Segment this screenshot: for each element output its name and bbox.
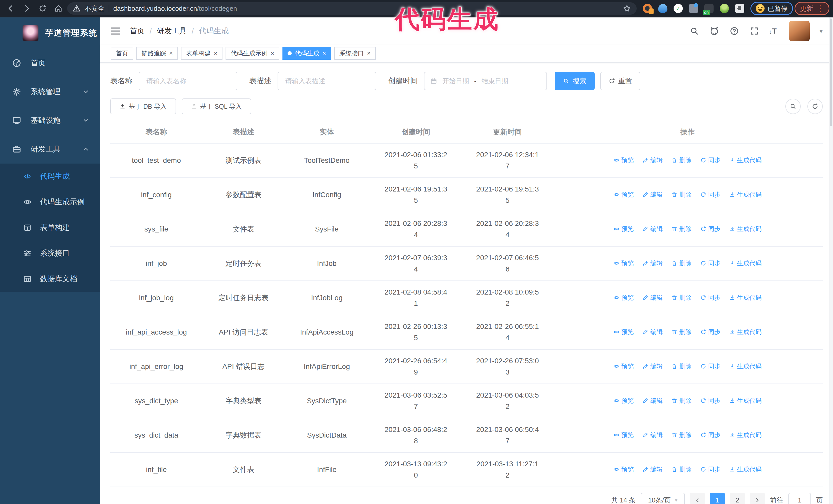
github-icon[interactable]: [709, 26, 719, 36]
close-icon[interactable]: ×: [367, 50, 371, 56]
extension-icon[interactable]: [658, 4, 667, 13]
search-icon[interactable]: [689, 26, 699, 36]
table-row[interactable]: inf_api_access_log API 访问日志表 InfApiAcces…: [110, 315, 823, 350]
preview-link[interactable]: 预览: [613, 293, 634, 302]
tab-form-builder[interactable]: 表单构建×: [181, 47, 222, 60]
prev-page-button[interactable]: [690, 493, 705, 504]
next-page-button[interactable]: [750, 493, 765, 504]
sidebar-item-form-builder[interactable]: 表单构建: [0, 215, 100, 240]
tab-trace[interactable]: 链路追踪×: [136, 47, 178, 60]
scrollbar-thumb[interactable]: [830, 19, 832, 126]
generate-code-link[interactable]: 生成代码: [729, 431, 762, 439]
sync-link[interactable]: 同步: [700, 225, 720, 233]
preview-link[interactable]: 预览: [613, 225, 634, 233]
extension-icon[interactable]: on: [704, 4, 714, 13]
preview-link[interactable]: 预览: [613, 328, 634, 336]
sync-link[interactable]: 同步: [700, 362, 720, 370]
extension-icon[interactable]: ✓: [673, 4, 683, 13]
preview-link[interactable]: 预览: [613, 156, 634, 164]
preview-link[interactable]: 预览: [613, 397, 634, 405]
extension-icon[interactable]: [689, 4, 698, 13]
sidebar-item-dev-tools[interactable]: 研发工具: [0, 135, 100, 164]
browser-menu-kebab-icon[interactable]: ⋮: [816, 5, 824, 12]
tab-codegen[interactable]: 代码生成×: [282, 47, 331, 60]
tab-codegen-example[interactable]: 代码生成示例×: [225, 47, 279, 60]
import-sql-button[interactable]: 基于 SQL 导入: [182, 98, 251, 114]
edit-link[interactable]: 编辑: [642, 156, 663, 164]
sync-link[interactable]: 同步: [700, 156, 720, 164]
fullscreen-icon[interactable]: [749, 26, 759, 36]
table-name-input[interactable]: [139, 72, 237, 90]
table-desc-input[interactable]: [278, 72, 376, 90]
breadcrumb-item[interactable]: 研发工具: [157, 26, 187, 36]
sync-link[interactable]: 同步: [700, 293, 720, 302]
edit-link[interactable]: 编辑: [642, 293, 663, 302]
start-date-placeholder[interactable]: 开始日期: [443, 77, 469, 86]
sidebar-item-codegen-example[interactable]: 代码生成示例: [0, 189, 100, 215]
edit-link[interactable]: 编辑: [642, 225, 663, 233]
edit-link[interactable]: 编辑: [642, 190, 663, 199]
browser-reload-icon[interactable]: [35, 1, 50, 16]
sidebar-item-home[interactable]: 首页: [0, 49, 100, 77]
browser-back-icon[interactable]: [4, 1, 18, 16]
browser-home-icon[interactable]: [51, 1, 66, 16]
bookmark-star-icon[interactable]: [623, 4, 631, 13]
sidebar-item-system-api[interactable]: 系统接口: [0, 240, 100, 266]
sync-link[interactable]: 同步: [700, 397, 720, 405]
table-row[interactable]: inf_api_error_log API 错误日志 InfApiErrorLo…: [110, 350, 823, 384]
extension-icon[interactable]: [643, 4, 652, 13]
table-row[interactable]: sys_dict_type 字典类型表 SysDictType 2021-03-…: [110, 384, 823, 418]
generate-code-link[interactable]: 生成代码: [729, 190, 762, 199]
delete-link[interactable]: 删除: [671, 328, 691, 336]
generate-code-link[interactable]: 生成代码: [729, 397, 762, 405]
font-size-icon[interactable]: tT: [769, 26, 780, 36]
address-bar[interactable]: 不安全 dashboard.yudao.iocoder.cn/tool/code…: [67, 2, 637, 15]
tab-system-api[interactable]: 系统接口×: [334, 47, 376, 60]
delete-link[interactable]: 删除: [671, 397, 691, 405]
sync-link[interactable]: 同步: [700, 190, 720, 199]
refresh-icon[interactable]: [807, 99, 823, 114]
extension-icon[interactable]: [720, 4, 729, 13]
delete-link[interactable]: 删除: [671, 362, 691, 370]
security-label[interactable]: 不安全: [85, 4, 104, 13]
breadcrumb-item[interactable]: 首页: [130, 26, 145, 36]
browser-update-button[interactable]: 更新 ⋮: [794, 2, 829, 15]
generate-code-link[interactable]: 生成代码: [729, 293, 762, 302]
user-menu-caret-icon[interactable]: ▾: [819, 27, 823, 35]
import-db-button[interactable]: 基于 DB 导入: [110, 98, 176, 114]
generate-code-link[interactable]: 生成代码: [729, 259, 762, 267]
edit-link[interactable]: 编辑: [642, 259, 663, 267]
generate-code-link[interactable]: 生成代码: [729, 362, 762, 370]
sidebar-item-db-doc[interactable]: 数据库文档: [0, 266, 100, 292]
generate-code-link[interactable]: 生成代码: [729, 156, 762, 164]
sync-link[interactable]: 同步: [700, 431, 720, 439]
extensions-puzzle-icon[interactable]: [735, 4, 744, 13]
edit-link[interactable]: 编辑: [642, 328, 663, 336]
close-icon[interactable]: ×: [169, 50, 173, 56]
delete-link[interactable]: 删除: [671, 259, 691, 267]
close-icon[interactable]: ×: [271, 50, 274, 56]
delete-link[interactable]: 删除: [671, 431, 691, 439]
delete-link[interactable]: 删除: [671, 225, 691, 233]
reset-button[interactable]: 重置: [600, 72, 640, 90]
edit-link[interactable]: 编辑: [642, 431, 663, 439]
table-row[interactable]: tool_test_demo 测试示例表 ToolTestDemo 2021-0…: [110, 143, 823, 178]
table-row[interactable]: inf_job 定时任务表 InfJob 2021-02-07 06:39:34…: [110, 246, 823, 281]
preview-link[interactable]: 预览: [613, 190, 634, 199]
window-scrollbar[interactable]: [829, 18, 833, 504]
edit-link[interactable]: 编辑: [642, 362, 663, 370]
app-logo-row[interactable]: 芋道管理系统: [0, 18, 100, 49]
preview-link[interactable]: 预览: [613, 362, 634, 370]
table-row[interactable]: inf_job_log 定时任务日志表 InfJobLog 2021-02-08…: [110, 281, 823, 315]
sidebar-item-infrastructure[interactable]: 基础设施: [0, 106, 100, 135]
goto-page-input[interactable]: [788, 493, 811, 504]
preview-link[interactable]: 预览: [613, 431, 634, 439]
page-url[interactable]: dashboard.yudao.iocoder.cn/tool/codegen: [113, 5, 237, 13]
page-button-1[interactable]: 1: [710, 493, 725, 504]
sync-link[interactable]: 同步: [700, 259, 720, 267]
page-button-2[interactable]: 2: [730, 493, 745, 504]
preview-link[interactable]: 预览: [613, 465, 634, 474]
delete-link[interactable]: 删除: [671, 190, 691, 199]
hide-search-icon[interactable]: [785, 99, 801, 114]
sidebar-collapse-icon[interactable]: [110, 27, 120, 35]
